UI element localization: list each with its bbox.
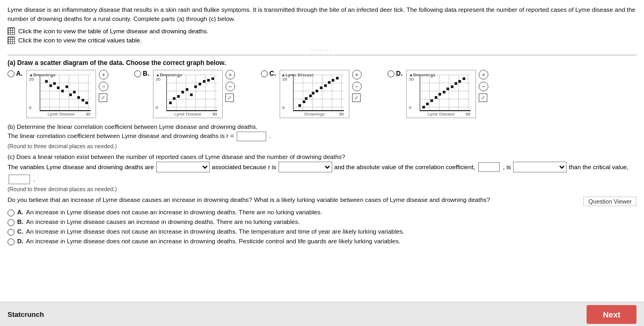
mc-option-b-text: An increase in Lyme disease causes an in… (26, 219, 300, 225)
expand-a[interactable]: ⤢ (99, 93, 107, 102)
zoom-out-c[interactable]: − (352, 82, 362, 91)
main-container: Lyme disease is an inflammatory disease … (0, 0, 644, 326)
critical-comparison-dropdown[interactable]: greater than less than equal to (513, 162, 567, 172)
dot (181, 91, 184, 93)
dot (305, 97, 308, 100)
graph-b-x-axis (166, 110, 217, 111)
expand-b[interactable]: ⤢ (225, 93, 234, 102)
dot (65, 85, 68, 88)
graph-option-a: A. ▲Drownings 20 0 (8, 70, 108, 118)
dot (53, 82, 56, 85)
dot (199, 83, 201, 85)
zoom-out-b[interactable]: − (225, 82, 235, 91)
graph-c-plot: 30 (293, 75, 344, 111)
graph-c-container: ▲Lyme Disease 20 0 (280, 70, 349, 118)
graph-option-d: D. ▲Drownings 20 0 (387, 70, 488, 118)
zoom-in-c[interactable]: + (352, 70, 362, 79)
graph-c-zoom-icons: + − ⤢ (352, 70, 362, 118)
part-b-label: (b) Determine the linear correlation coe… (8, 124, 636, 130)
critical-value-input[interactable] (9, 175, 30, 184)
mc-radio-b[interactable] (8, 219, 14, 226)
mc-option-c-text: An increase in Lyme disease does not cau… (26, 228, 405, 235)
dot (332, 79, 334, 82)
table-icon-1[interactable] (8, 27, 15, 35)
mc-option-c[interactable]: C. An increase in Lyme disease does not … (8, 228, 636, 236)
dot (447, 88, 449, 90)
radio-circle-b[interactable] (134, 70, 141, 77)
part-c-text-middle1: associated because r is (212, 164, 276, 170)
part-c-section: (c) Does a linear relation exist between… (8, 154, 636, 192)
graph-a-box: ▲Drownings 20 0 (26, 70, 96, 118)
radio-c[interactable]: C. (261, 70, 277, 77)
radio-b[interactable]: B. (134, 70, 150, 77)
part-c-label: (c) Does a linear relation exist between… (8, 154, 636, 160)
zoom-in-d[interactable]: + (479, 70, 488, 79)
graph-c-y-0: 0 (282, 105, 284, 110)
r-value-input[interactable] (237, 132, 266, 141)
mc-radio-d[interactable] (8, 238, 14, 245)
mc-option-a[interactable]: A. An increase in Lyme disease does not … (8, 209, 636, 216)
radio-d[interactable]: D. (387, 70, 404, 77)
dot (463, 77, 465, 80)
question-viewer-badge[interactable]: Question Viewer (583, 197, 636, 206)
dot (328, 81, 331, 84)
part-c-text-before: The variables Lyme disease and drowning … (8, 164, 154, 170)
expand-d[interactable]: ⤢ (479, 93, 487, 102)
part-b-section: (b) Determine the linear correlation coe… (8, 124, 636, 149)
graph-d-y-0: 0 (409, 105, 411, 110)
association-dropdown[interactable]: positively negatively not (156, 162, 210, 172)
dot (316, 90, 318, 92)
zoom-in-a[interactable]: + (99, 70, 108, 79)
radio-circle-a[interactable] (8, 70, 14, 77)
mc-radio-c[interactable] (8, 229, 14, 236)
part-b-subtext: (Round to three decimal places as needed… (8, 143, 636, 149)
lurking-question-text: Do you believe that an increase of Lyme … (8, 197, 490, 203)
graph-d-zoom-icons: + − ⤢ (479, 70, 488, 118)
graph-c-with-controls: ▲Lyme Disease 20 0 (280, 70, 362, 118)
graph-d-with-controls: ▲Drownings 20 0 (406, 70, 488, 118)
radio-circle-d[interactable] (387, 70, 394, 77)
mc-radio-a[interactable] (8, 209, 14, 216)
zoom-out-d[interactable]: − (479, 82, 488, 91)
option-letter-c: C. (269, 70, 276, 77)
lurking-question: Do you believe that an increase of Lyme … (8, 197, 636, 206)
next-button[interactable]: Next (587, 305, 636, 324)
mc-option-d[interactable]: D. An increase in Lyme disease does not … (8, 238, 636, 245)
graph-b-with-controls: ▲Drownings 20 0 (153, 70, 235, 118)
icon-row-2[interactable]: Click the icon to view the critical valu… (8, 37, 636, 44)
graph-d-y-axis (420, 75, 421, 111)
dot (169, 102, 172, 104)
graph-c-x-title: Drownings (280, 112, 349, 117)
footer-bar: Statcrunch Next (0, 302, 644, 326)
mc-option-b[interactable]: B. An increase in Lyme disease causes an… (8, 219, 636, 226)
radio-a[interactable]: A. (8, 70, 24, 77)
icon-row-1[interactable]: Click the icon to view the table of Lyme… (8, 27, 636, 35)
graph-d-box: ▲Drownings 20 0 (406, 70, 476, 118)
dot (298, 104, 301, 107)
graph-a-plot: 30 (40, 75, 91, 111)
dot (211, 77, 214, 80)
graph-b-zoom-icons: + − ⤢ (225, 70, 235, 118)
zoom-in-b[interactable]: + (225, 70, 235, 79)
graph-b-y-0: 0 (156, 105, 158, 110)
mc-option-d-letter: D. (17, 238, 24, 244)
r-comparison-dropdown[interactable]: greater than less than equal to (279, 162, 332, 172)
graph-b-y-20: 20 (156, 77, 160, 82)
dot (203, 80, 206, 83)
part-c-period: . (33, 176, 35, 183)
dot (45, 80, 48, 83)
dot (49, 84, 52, 87)
zoom-out-a[interactable]: − (99, 82, 108, 91)
icon2-text: Click the icon to view the critical valu… (18, 37, 142, 44)
dot (458, 80, 461, 83)
dot (324, 84, 327, 87)
graph-option-c: C. ▲Lyme Disease 20 0 (261, 70, 362, 118)
graph-b-y-axis (166, 75, 167, 111)
expand-c[interactable]: ⤢ (352, 93, 361, 102)
statcrunch-label: Statcrunch (8, 310, 44, 318)
dot (82, 99, 84, 102)
abs-r-input[interactable] (478, 162, 500, 172)
part-c-text-middle2: and the absolute value of the correlatio… (334, 164, 475, 170)
table-icon-2[interactable] (8, 37, 15, 44)
radio-circle-c[interactable] (261, 70, 268, 77)
